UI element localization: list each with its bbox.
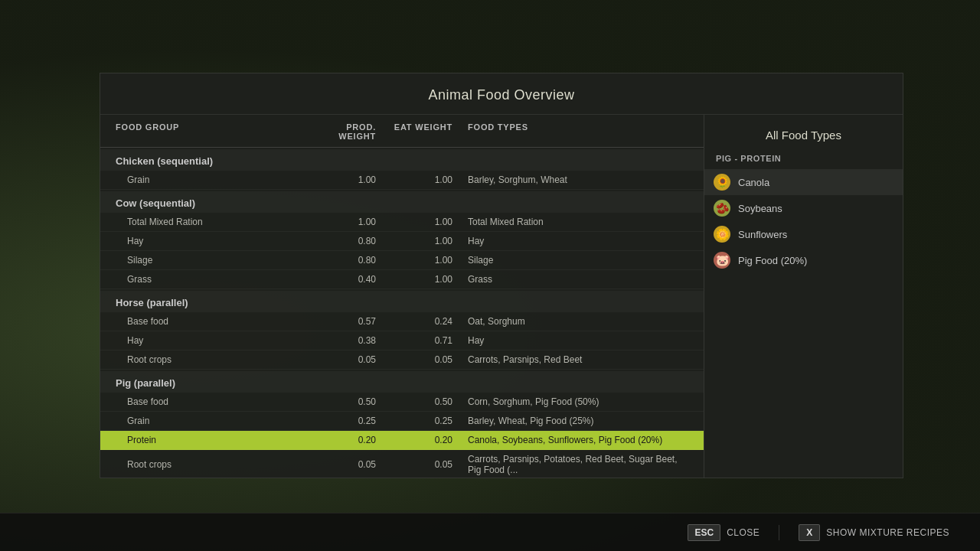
table-row[interactable]: Silage 0.80 1.00 Silage	[100, 251, 704, 270]
row-eat-weight: 1.00	[391, 217, 468, 227]
right-panel-title: All Food Types	[704, 122, 903, 151]
row-name: Base food	[116, 396, 315, 407]
row-prod-weight: 1.00	[315, 217, 391, 227]
right-panel: All Food Types PIG - PROTEIN 🌻 Canola 🫘 …	[704, 115, 903, 478]
food-item[interactable]: 🌼 Sunflowers	[704, 221, 903, 247]
row-prod-weight: 0.40	[315, 274, 391, 285]
x-key-badge[interactable]: X	[799, 524, 820, 541]
row-food-types: Corn, Sorghum, Pig Food (50%)	[468, 396, 688, 407]
row-food-types: Barley, Sorghum, Wheat	[468, 174, 688, 185]
row-food-types: Carrots, Parsnips, Potatoes, Red Beet, S…	[468, 454, 688, 475]
row-food-types: Total Mixed Ration	[468, 217, 688, 227]
row-prod-weight: 0.80	[315, 236, 391, 246]
modal-body: FOOD GROUP PROD. WEIGHT EAT WEIGHT FOOD …	[100, 115, 903, 478]
row-prod-weight: 0.20	[315, 435, 391, 445]
row-eat-weight: 0.05	[391, 459, 468, 470]
table-row[interactable]: Root crops 0.05 0.05 Carrots, Parsnips, …	[100, 350, 704, 370]
food-item[interactable]: 🐷 Pig Food (20%)	[704, 247, 903, 273]
table-row[interactable]: Hay 0.80 1.00 Hay	[100, 232, 704, 251]
table-scroll[interactable]: Chicken (sequential) Grain 1.00 1.00 Bar…	[100, 148, 704, 478]
col-header-types: FOOD TYPES	[468, 122, 688, 141]
row-eat-weight: 1.00	[391, 255, 468, 266]
table-area: FOOD GROUP PROD. WEIGHT EAT WEIGHT FOOD …	[100, 115, 704, 478]
group-header: Pig (parallel)	[100, 371, 704, 393]
row-food-types: Hay	[468, 236, 688, 246]
food-item-label: Pig Food (20%)	[738, 255, 807, 266]
row-name: Hay	[116, 236, 315, 246]
table-row[interactable]: Base food 0.50 0.50 Corn, Sorghum, Pig F…	[100, 393, 704, 412]
bottom-bar: ESC CLOSE X SHOW MIXTURE RECIPES	[0, 513, 980, 551]
row-name: Protein	[116, 435, 315, 445]
table-row[interactable]: Hay 0.38 0.71 Hay	[100, 331, 704, 350]
col-header-group: FOOD GROUP	[116, 122, 315, 141]
row-food-types: Oat, Sorghum	[468, 316, 688, 327]
mixture-label: SHOW MIXTURE RECIPES	[826, 527, 949, 538]
group-header: Cow (sequential)	[100, 191, 704, 213]
table-row[interactable]: Root crops 0.05 0.05 Carrots, Parsnips, …	[100, 450, 704, 478]
food-item-icon: 🐷	[714, 252, 730, 269]
modal-window: Animal Food Overview FOOD GROUP PROD. WE…	[100, 73, 903, 478]
group-header: Horse (parallel)	[100, 291, 704, 312]
row-food-types: Carrots, Parsnips, Red Beet	[468, 354, 688, 365]
food-item-label: Canola	[738, 177, 769, 188]
row-prod-weight: 0.05	[315, 459, 391, 470]
row-name: Total Mixed Ration	[116, 217, 315, 227]
row-eat-weight: 0.05	[391, 354, 468, 365]
food-item-icon: 🌻	[714, 174, 730, 191]
row-eat-weight: 1.00	[391, 236, 468, 246]
table-row[interactable]: Grass 0.40 1.00 Grass	[100, 270, 704, 289]
row-food-types: Barley, Wheat, Pig Food (25%)	[468, 416, 688, 426]
row-name: Base food	[116, 316, 315, 327]
row-name: Grain	[116, 174, 315, 185]
group-header: Chicken (sequential)	[100, 149, 704, 171]
table-row[interactable]: Grain 1.00 1.00 Barley, Sorghum, Wheat	[100, 171, 704, 190]
food-items-list: 🌻 Canola 🫘 Soybeans 🌼 Sunflowers 🐷 Pig F…	[704, 169, 903, 273]
btn-separator	[779, 525, 779, 540]
col-header-eat: EAT WEIGHT	[391, 122, 468, 141]
row-eat-weight: 1.00	[391, 174, 468, 185]
food-item-icon: 🫘	[714, 200, 730, 217]
food-item-icon: 🌼	[714, 226, 730, 243]
food-item[interactable]: 🫘 Soybeans	[704, 195, 903, 221]
row-name: Silage	[116, 255, 315, 266]
row-eat-weight: 0.71	[391, 335, 468, 346]
food-item-label: Sunflowers	[738, 229, 787, 240]
row-eat-weight: 0.50	[391, 396, 468, 407]
row-name: Hay	[116, 335, 315, 346]
row-prod-weight: 0.25	[315, 416, 391, 426]
row-prod-weight: 0.80	[315, 255, 391, 266]
modal-title: Animal Food Overview	[100, 73, 903, 115]
right-panel-subtitle: PIG - PROTEIN	[704, 151, 903, 169]
row-eat-weight: 0.20	[391, 435, 468, 445]
food-item-label: Soybeans	[738, 203, 782, 214]
table-row[interactable]: Base food 0.57 0.24 Oat, Sorghum	[100, 312, 704, 331]
row-name: Root crops	[116, 354, 315, 365]
row-name: Grass	[116, 274, 315, 285]
food-item[interactable]: 🌻 Canola	[704, 169, 903, 195]
table-header: FOOD GROUP PROD. WEIGHT EAT WEIGHT FOOD …	[100, 115, 704, 148]
table-row[interactable]: Protein 0.20 0.20 Canola, Soybeans, Sunf…	[100, 431, 704, 450]
row-prod-weight: 0.05	[315, 354, 391, 365]
esc-key-badge[interactable]: ESC	[688, 524, 720, 541]
row-name: Root crops	[116, 459, 315, 470]
row-food-types: Canola, Soybeans, Sunflowers, Pig Food (…	[468, 435, 688, 445]
close-btn-group: ESC CLOSE	[688, 524, 760, 541]
mixture-btn-group: X SHOW MIXTURE RECIPES	[799, 524, 949, 541]
table-row[interactable]: Grain 0.25 0.25 Barley, Wheat, Pig Food …	[100, 412, 704, 431]
row-eat-weight: 0.24	[391, 316, 468, 327]
row-name: Grain	[116, 416, 315, 426]
row-prod-weight: 0.57	[315, 316, 391, 327]
table-row[interactable]: Total Mixed Ration 1.00 1.00 Total Mixed…	[100, 213, 704, 232]
close-label: CLOSE	[727, 527, 760, 538]
row-eat-weight: 0.25	[391, 416, 468, 426]
row-food-types: Hay	[468, 335, 688, 346]
row-food-types: Silage	[468, 255, 688, 266]
row-food-types: Grass	[468, 274, 688, 285]
row-prod-weight: 0.50	[315, 396, 391, 407]
row-prod-weight: 1.00	[315, 174, 391, 185]
row-eat-weight: 1.00	[391, 274, 468, 285]
row-prod-weight: 0.38	[315, 335, 391, 346]
col-header-prod: PROD. WEIGHT	[315, 122, 391, 141]
